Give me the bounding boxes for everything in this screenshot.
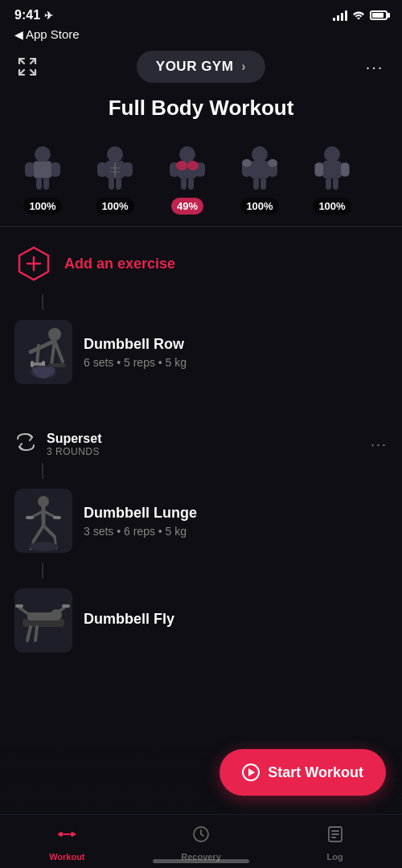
- svg-rect-6: [25, 162, 35, 177]
- add-exercise-label: Add an exercise: [64, 256, 175, 272]
- superset-info: Superset 3 ROUNDS: [47, 432, 361, 457]
- svg-line-78: [35, 627, 37, 641]
- superset-rounds: 3 ROUNDS: [47, 446, 361, 457]
- svg-point-34: [242, 159, 252, 167]
- svg-rect-41: [333, 177, 338, 190]
- connector-line: [42, 294, 43, 310]
- expand-icon[interactable]: [13, 52, 42, 81]
- svg-rect-14: [123, 162, 133, 177]
- add-exercise-icon: [14, 244, 53, 283]
- exercise-thumbnail: [14, 320, 72, 384]
- exercise-thumbnail: [14, 489, 72, 553]
- play-icon: [242, 764, 260, 781]
- exercise-info: Dumbbell Lunge 3 sets • 6 reps • 5 kg: [84, 505, 388, 538]
- svg-rect-40: [326, 177, 331, 190]
- back-label: App Store: [26, 27, 80, 41]
- more-options-button[interactable]: ···: [360, 52, 389, 81]
- gym-name: YOUR GYM: [156, 59, 234, 75]
- svg-rect-55: [48, 363, 66, 367]
- status-left: 9:41 ✈: [14, 8, 53, 23]
- svg-rect-13: [97, 162, 107, 177]
- start-workout-button[interactable]: Start Workout: [219, 749, 386, 796]
- muscle-figure: [14, 137, 72, 194]
- svg-point-26: [176, 161, 187, 170]
- svg-rect-83: [73, 833, 76, 836]
- wifi-icon: [352, 9, 365, 22]
- connector-line: [42, 463, 43, 479]
- svg-rect-51: [31, 361, 34, 367]
- muscle-group-item[interactable]: 100%: [224, 132, 296, 219]
- svg-point-28: [252, 146, 268, 162]
- muscle-percent: 100%: [313, 198, 351, 215]
- exercise-item[interactable]: Dumbbell Row 6 sets • 5 reps • 5 kg: [0, 310, 402, 394]
- muscle-figure: [86, 137, 144, 194]
- muscle-figure: [303, 137, 361, 194]
- status-time: 9:41: [14, 8, 40, 23]
- svg-rect-25: [188, 177, 194, 190]
- add-exercise-button[interactable]: Add an exercise: [0, 233, 402, 294]
- exercise-meta: 3 sets • 6 reps • 5 kg: [84, 525, 388, 538]
- top-controls: YOUR GYM › ···: [0, 44, 402, 89]
- svg-rect-79: [63, 833, 71, 835]
- back-nav[interactable]: ◀ App Store: [0, 26, 402, 44]
- svg-point-20: [179, 146, 195, 162]
- svg-rect-32: [253, 177, 259, 190]
- muscle-group-item[interactable]: 100%: [6, 132, 79, 219]
- superset-header: Superset 3 ROUNDS ···: [0, 418, 402, 463]
- recovery-icon: [191, 825, 211, 849]
- muscle-group-item[interactable]: 100%: [79, 132, 151, 219]
- exercise-thumbnail: [14, 588, 72, 653]
- home-indicator: [153, 859, 249, 863]
- svg-point-4: [35, 146, 51, 162]
- exercise-item[interactable]: Dumbbell Lunge 3 sets • 6 reps • 5 kg: [0, 479, 402, 563]
- log-icon: [326, 825, 345, 849]
- back-chevron-icon: ◀: [14, 28, 23, 41]
- status-bar: 9:41 ✈: [0, 0, 402, 26]
- svg-rect-62: [26, 516, 34, 519]
- svg-point-35: [268, 159, 277, 167]
- exercise-name: Dumbbell Row: [84, 336, 388, 353]
- svg-rect-75: [15, 604, 23, 608]
- muscle-percent: 100%: [96, 198, 133, 215]
- svg-rect-82: [58, 833, 60, 836]
- spacer: [0, 394, 402, 418]
- superset-icon: [14, 431, 37, 458]
- connector-line: [42, 563, 43, 579]
- muscle-groups: 100% 100%: [0, 132, 402, 219]
- muscle-percent-highlight: 49%: [171, 198, 203, 215]
- svg-rect-63: [53, 516, 61, 519]
- svg-rect-50: [32, 362, 43, 366]
- exercise-meta: 6 sets • 5 reps • 5 kg: [84, 356, 388, 369]
- svg-rect-8: [36, 177, 42, 190]
- svg-rect-37: [322, 161, 342, 178]
- nav-item-log[interactable]: Log: [268, 815, 402, 868]
- svg-rect-29: [250, 161, 269, 178]
- svg-rect-10: [34, 162, 51, 178]
- nav-item-workout[interactable]: Workout: [0, 815, 134, 868]
- page-title: Full Body Workout: [0, 89, 402, 132]
- muscle-group-item[interactable]: 100%: [296, 132, 368, 219]
- svg-rect-42: [315, 163, 323, 176]
- status-icons: [333, 9, 388, 22]
- gym-pill[interactable]: YOUR GYM ›: [137, 51, 265, 83]
- battery-icon: [370, 10, 388, 20]
- exercise-info: Dumbbell Row 6 sets • 5 reps • 5 kg: [84, 336, 388, 369]
- superset-more-button[interactable]: ···: [371, 436, 388, 453]
- svg-point-36: [324, 146, 340, 162]
- superset-label: Superset: [47, 432, 361, 446]
- muscle-group-item[interactable]: 49%: [151, 132, 224, 219]
- svg-point-68: [29, 542, 58, 551]
- location-icon: ✈: [44, 10, 53, 22]
- svg-rect-76: [62, 604, 70, 608]
- play-triangle: [248, 768, 255, 776]
- log-nav-label: Log: [327, 852, 343, 862]
- muscle-figure: [158, 137, 216, 194]
- svg-line-49: [37, 346, 39, 364]
- muscle-percent: 100%: [240, 198, 278, 215]
- muscle-figure: [231, 137, 289, 194]
- exercise-item[interactable]: Dumbbell Fly: [0, 579, 402, 662]
- muscle-percent: 100%: [23, 198, 61, 215]
- exercise-name: Dumbbell Lunge: [84, 505, 388, 522]
- workout-nav-label: Workout: [49, 852, 84, 862]
- svg-rect-33: [260, 177, 266, 190]
